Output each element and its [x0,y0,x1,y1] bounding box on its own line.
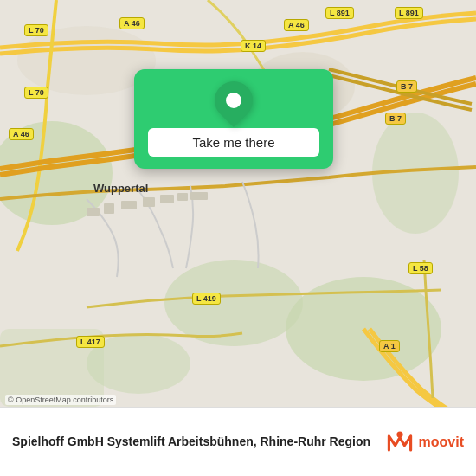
road-badge-l891-2: L 891 [395,7,423,19]
road-badge-l58: L 58 [408,262,433,274]
road-badge-l891-1: L 891 [325,7,354,19]
road-badge-a1: A 1 [379,340,400,352]
location-pin-icon [207,74,261,127]
city-label: Wuppertal [93,182,148,195]
road-badge-l70-1: L 70 [24,24,48,36]
svg-rect-10 [104,203,114,214]
moovit-icon [384,427,415,458]
map-attribution: © OpenStreetMap contributors [5,395,116,405]
road-badge-b7-2: B 7 [385,113,406,125]
moovit-text: moovit [419,434,464,450]
road-badge-a46-1: A 46 [119,17,145,29]
road-badge-l417: L 417 [76,336,105,348]
svg-rect-13 [160,195,174,203]
svg-rect-12 [143,197,155,207]
svg-rect-9 [87,208,100,216]
svg-rect-15 [190,192,208,200]
road-badge-l70-2: L 70 [24,87,48,99]
svg-rect-14 [177,193,188,201]
bottom-bar: Spielhoff GmbH Systemlift Arbeitsbühnen,… [0,407,476,476]
place-info: Spielhoff GmbH Systemlift Arbeitsbühnen,… [12,434,384,449]
popup-card: Take me there [134,69,333,169]
road-badge-k14: K 14 [241,40,266,52]
road-badge-a46-2: A 46 [9,128,34,140]
road-badge-a46-3: A 46 [284,19,309,31]
take-me-there-button[interactable]: Take me there [148,128,319,157]
map: L 70 A 46 A 46 L 70 K 14 A 46 L 891 L 89… [0,0,476,407]
road-badge-b7-1: B 7 [396,80,417,93]
svg-point-17 [396,431,402,437]
moovit-logo: moovit [384,427,464,458]
road-badge-l419: L 419 [192,293,221,305]
svg-rect-11 [121,201,137,209]
place-title: Spielhoff GmbH Systemlift Arbeitsbühnen,… [12,434,376,449]
